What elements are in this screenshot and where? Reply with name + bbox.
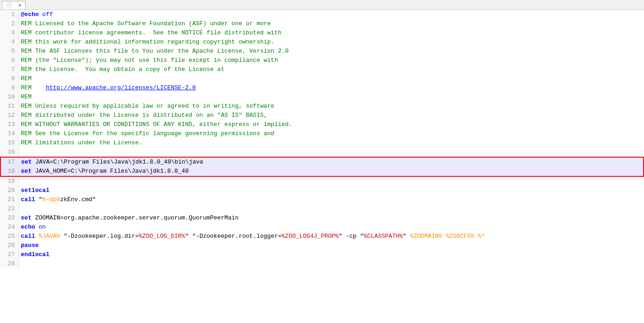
table-row: 4REM this work for additional informatio… bbox=[0, 38, 644, 47]
file-icon: 📄 bbox=[6, 2, 12, 8]
table-row: 27endlocal bbox=[0, 250, 644, 259]
line-content: REM See the License for the specific lan… bbox=[19, 129, 644, 138]
line-content: @echo off bbox=[19, 10, 644, 19]
line-content: set JAVA_HOME=C:\Program Files\Java\jdk1… bbox=[19, 167, 644, 176]
table-row: 12REM distributed under the License is d… bbox=[0, 111, 644, 120]
table-row: 24echo on bbox=[0, 223, 644, 232]
line-number: 1 bbox=[0, 10, 19, 19]
line-content: endlocal bbox=[19, 250, 644, 259]
line-content: REM Unless required by applicable law or… bbox=[19, 102, 644, 111]
editor-area: 1@echo off2REM Licensed to the Apache So… bbox=[0, 10, 644, 323]
line-number: 20 bbox=[0, 186, 19, 195]
table-row: 17set JAVA=C:\Program Files\Java\jdk1.8.… bbox=[0, 157, 644, 167]
line-number: 15 bbox=[0, 138, 19, 148]
line-content: echo on bbox=[19, 223, 644, 232]
table-row: 3REM contributor license agreements. See… bbox=[0, 28, 644, 38]
line-content: REM WITHOUT WARRANTIES OR CONDITIONS OF … bbox=[19, 120, 644, 129]
line-number: 24 bbox=[0, 223, 19, 232]
table-row: 5REM The ASF licenses this file to You u… bbox=[0, 47, 644, 56]
line-number: 23 bbox=[0, 214, 19, 223]
line-number: 18 bbox=[0, 167, 19, 176]
line-number: 6 bbox=[0, 56, 19, 65]
line-number: 5 bbox=[0, 47, 19, 56]
line-content: REM limitations under the License. bbox=[19, 138, 644, 148]
line-content: setlocal bbox=[19, 186, 644, 195]
line-content: pause bbox=[19, 241, 644, 250]
line-content bbox=[19, 176, 644, 186]
table-row: 8REM bbox=[0, 74, 644, 83]
line-number: 14 bbox=[0, 129, 19, 138]
line-content: REM bbox=[19, 74, 644, 83]
line-content bbox=[19, 148, 644, 157]
file-tab[interactable]: 📄 ✕ bbox=[2, 1, 26, 9]
table-row: 15REM limitations under the License. bbox=[0, 138, 644, 148]
table-row: 16 bbox=[0, 148, 644, 157]
table-row: 10REM bbox=[0, 93, 644, 102]
line-number: 13 bbox=[0, 120, 19, 129]
code-table: 1@echo off2REM Licensed to the Apache So… bbox=[0, 10, 644, 268]
line-content: set JAVA=C:\Program Files\Java\jdk1.8.0_… bbox=[19, 157, 644, 167]
url-link[interactable]: http://www.apache.org/licenses/LICENSE-2… bbox=[46, 84, 196, 91]
line-number: 12 bbox=[0, 111, 19, 120]
line-content: REM contributor license agreements. See … bbox=[19, 28, 644, 38]
line-number: 26 bbox=[0, 241, 19, 250]
table-row: 7REM the License. You may obtain a copy … bbox=[0, 65, 644, 74]
table-row: 19 bbox=[0, 176, 644, 186]
line-number: 22 bbox=[0, 204, 19, 214]
table-row: 28 bbox=[0, 259, 644, 268]
line-number: 7 bbox=[0, 65, 19, 74]
table-row: 23set ZOOMAIN=org.apache.zookeeper.serve… bbox=[0, 214, 644, 223]
line-number: 19 bbox=[0, 176, 19, 186]
line-number: 2 bbox=[0, 19, 19, 28]
line-content: REM the License. You may obtain a copy o… bbox=[19, 65, 644, 74]
table-row: 20setlocal bbox=[0, 186, 644, 195]
line-number: 17 bbox=[0, 157, 19, 167]
line-number: 8 bbox=[0, 74, 19, 83]
table-row: 25call %JAVA% "-Dzookeeper.log.dir=%ZOO_… bbox=[0, 232, 644, 241]
close-icon[interactable]: ✕ bbox=[18, 3, 22, 8]
line-content: REM Licensed to the Apache Software Foun… bbox=[19, 19, 644, 28]
line-content: REM The ASF licenses this file to You un… bbox=[19, 47, 644, 56]
table-row: 14REM See the License for the specific l… bbox=[0, 129, 644, 138]
table-row: 6REM (the "License"); you may not use th… bbox=[0, 56, 644, 65]
title-bar: 📄 ✕ bbox=[0, 0, 644, 10]
table-row: 2REM Licensed to the Apache Software Fou… bbox=[0, 19, 644, 28]
table-row: 26pause bbox=[0, 241, 644, 250]
line-content: set ZOOMAIN=org.apache.zookeeper.server.… bbox=[19, 214, 644, 223]
line-number: 28 bbox=[0, 259, 19, 268]
line-content: REM http://www.apache.org/licenses/LICEN… bbox=[19, 83, 644, 93]
line-content: call "%~dp0zkEnv.cmd" bbox=[19, 195, 644, 204]
line-number: 16 bbox=[0, 148, 19, 157]
line-number: 3 bbox=[0, 28, 19, 38]
table-row: 1@echo off bbox=[0, 10, 644, 19]
table-row: 22 bbox=[0, 204, 644, 214]
line-content: call %JAVA% "-Dzookeeper.log.dir=%ZOO_LO… bbox=[19, 232, 644, 241]
table-row: 21call "%~dp0zkEnv.cmd" bbox=[0, 195, 644, 204]
line-number: 9 bbox=[0, 83, 19, 93]
line-number: 11 bbox=[0, 102, 19, 111]
line-content bbox=[19, 259, 644, 268]
line-content: REM bbox=[19, 93, 644, 102]
line-number: 27 bbox=[0, 250, 19, 259]
table-row: 11REM Unless required by applicable law … bbox=[0, 102, 644, 111]
line-content bbox=[19, 204, 644, 214]
line-number: 10 bbox=[0, 93, 19, 102]
table-row: 13REM WITHOUT WARRANTIES OR CONDITIONS O… bbox=[0, 120, 644, 129]
line-number: 21 bbox=[0, 195, 19, 204]
line-content: REM distributed under the License is dis… bbox=[19, 111, 644, 120]
line-number: 25 bbox=[0, 232, 19, 241]
line-content: REM this work for additional information… bbox=[19, 38, 644, 47]
table-row: 18set JAVA_HOME=C:\Program Files\Java\jd… bbox=[0, 167, 644, 176]
line-number: 4 bbox=[0, 38, 19, 47]
table-row: 9REM http://www.apache.org/licenses/LICE… bbox=[0, 83, 644, 93]
line-content: REM (the "License"); you may not use thi… bbox=[19, 56, 644, 65]
